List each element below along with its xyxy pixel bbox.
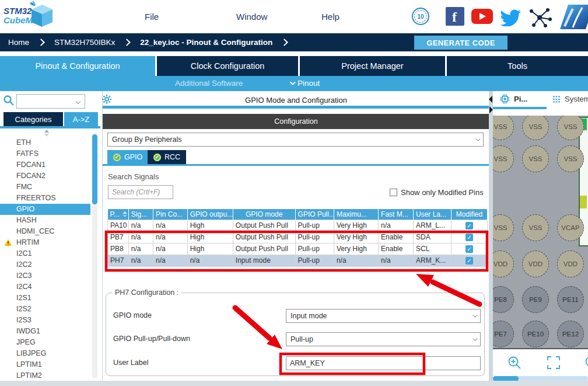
menu-file[interactable]: File xyxy=(145,12,159,22)
chip-pin-pe10[interactable]: PE10 xyxy=(522,321,549,347)
tab-clock-configuration[interactable]: Clock Configuration xyxy=(157,56,298,76)
chip-pin-pe8[interactable]: PE8 xyxy=(493,286,514,313)
column-header-pin-co[interactable]: Pin Co... xyxy=(153,209,188,220)
sidebar-item-i2s2[interactable]: I2S2 xyxy=(0,304,90,315)
chip-pin-vss[interactable]: VSS xyxy=(522,116,549,140)
twitter-icon[interactable] xyxy=(499,8,522,26)
sidebar-item-freertos[interactable]: FREERTOS xyxy=(0,193,90,204)
pinout-horizontal-scrollbar[interactable] xyxy=(493,376,588,381)
gpio-mode-select[interactable]: Input mode xyxy=(286,309,481,323)
modified-checkbox-icon[interactable]: ✓ xyxy=(466,245,473,253)
breadcrumb-item[interactable]: Home xyxy=(8,38,29,47)
menu-help[interactable]: Help xyxy=(321,12,340,22)
user-label-input[interactable]: ARM_KEY xyxy=(286,356,481,370)
scrollbar-thumb[interactable] xyxy=(493,376,519,381)
sidebar-scrollbar[interactable] xyxy=(92,133,97,378)
sidebar-item-i2c3[interactable]: I2C3 xyxy=(0,270,90,281)
sidebar-item-hash[interactable]: HASH xyxy=(0,215,90,226)
sidebar-item-i2c4[interactable]: I2C4 xyxy=(0,281,90,293)
sidebar-tab-categories[interactable]: Categories xyxy=(4,112,63,126)
panel-splitter[interactable] xyxy=(489,91,493,381)
modified-checkbox-icon[interactable]: ✓ xyxy=(466,222,473,229)
sidebar-item-fmc[interactable]: FMC xyxy=(0,182,90,193)
chip-pin-pe12[interactable]: PE12 xyxy=(557,321,584,347)
zoom-in-icon[interactable] xyxy=(507,355,522,370)
youtube-icon[interactable] xyxy=(471,9,493,24)
chip-pin-pe7[interactable]: PE7 xyxy=(493,321,514,347)
sidebar-item-i2c2[interactable]: I2C2 xyxy=(0,259,90,270)
chip-pin-vss[interactable]: VSS xyxy=(557,145,584,172)
chip-pin-vdd[interactable]: VDD xyxy=(557,251,584,277)
sidebar-item-gpio[interactable]: GPIO xyxy=(0,204,90,215)
column-header-modified[interactable]: Modified xyxy=(452,209,488,220)
chip-pin-vdd[interactable]: VDD xyxy=(522,251,549,277)
chip-pinout-view[interactable]: VSSVSSVSSVSSVSSVSSVSSVSSVCAPVDDVDDVDDPE8… xyxy=(493,116,588,349)
pinout-menu[interactable]: Pinout xyxy=(290,79,320,88)
chip-pin-vss[interactable]: VSS xyxy=(493,214,514,241)
column-header-user-la[interactable]: User La... xyxy=(413,209,451,220)
column-header-maximu[interactable]: Maximu... xyxy=(334,209,378,220)
column-header-p[interactable]: P... xyxy=(108,209,129,220)
fit-to-screen-icon[interactable] xyxy=(547,356,561,370)
generate-code-button[interactable]: GENERATE CODE xyxy=(414,36,508,50)
sidebar-search-combobox[interactable] xyxy=(16,94,85,109)
checkbox-icon[interactable] xyxy=(390,189,397,196)
group-by-select[interactable]: Group By Peripherals xyxy=(107,133,484,147)
column-header-fast-m[interactable]: Fast M... xyxy=(379,209,414,220)
modified-checkbox-icon[interactable]: ✓ xyxy=(466,234,473,241)
pin-row-pb7[interactable]: PB7n/an/aHighOutput Push PullPull-upVery… xyxy=(108,231,488,243)
facebook-icon[interactable]: f xyxy=(446,7,464,26)
menu-window[interactable]: Window xyxy=(236,12,267,22)
network-icon[interactable] xyxy=(527,6,554,29)
sidebar-item-lptim1[interactable]: LPTIM1 xyxy=(0,359,90,370)
chip-pin-pe9[interactable]: PE9 xyxy=(522,286,549,313)
tab-system-view[interactable]: System xyxy=(552,95,588,103)
column-header-gpio-mode[interactable]: GPIO mode xyxy=(233,209,295,220)
column-header-gpio-pull[interactable]: GPIO Pull... xyxy=(295,209,334,220)
sidebar-item-jpeg[interactable]: JPEG xyxy=(0,337,90,348)
gpio-pull-select[interactable]: Pull-up xyxy=(286,332,481,346)
sidebar-item-libjpeg[interactable]: LIBJPEG xyxy=(0,348,90,359)
modified-checkbox-icon[interactable]: ✓ xyxy=(466,257,473,265)
chip-pin-pe11[interactable]: PE11 xyxy=(557,286,584,313)
st-logo-icon[interactable] xyxy=(559,4,588,30)
sidebar-item-i2s3[interactable]: I2S3 xyxy=(0,315,90,326)
breadcrumb-item[interactable]: 22_key.ioc - Pinout & Configuration xyxy=(140,38,272,47)
sidebar-scrollbar-thumb[interactable] xyxy=(92,134,97,204)
pin-row-ph7[interactable]: PH7n/an/an/aInput modePull-upn/an/aARM_K… xyxy=(108,255,488,266)
sidebar-tab-a-to-z[interactable]: A->Z xyxy=(64,112,98,126)
show-only-modified-pins-checkbox[interactable]: Show only Modified Pins xyxy=(390,188,484,197)
chip-pin-vss[interactable]: VSS xyxy=(522,145,549,172)
chip-pin-vss[interactable]: VSS xyxy=(493,116,514,140)
tab-project-manager[interactable]: Project Manager xyxy=(300,56,445,76)
column-header-sig[interactable]: Sig... xyxy=(128,209,153,220)
zoom-out-icon[interactable] xyxy=(584,355,588,370)
sidebar-item-fdcan1[interactable]: FDCAN1 xyxy=(0,159,90,171)
chip-pin-vss[interactable]: VSS xyxy=(522,214,549,241)
tab-tools[interactable]: Tools xyxy=(447,56,588,76)
tab-pinout-view[interactable]: Pi... xyxy=(500,94,527,104)
sidebar-item-i2s1[interactable]: I2S1 xyxy=(0,293,90,304)
chip-pin-vcap[interactable]: VCAP xyxy=(557,214,584,241)
settings-gear-icon[interactable] xyxy=(102,94,112,105)
pin-row-pa10[interactable]: PA10n/an/aHighOutput Push PullPull-upVer… xyxy=(108,220,488,231)
sidebar-item-fatfs[interactable]: FATFS xyxy=(0,148,90,159)
chip-pin-vdd[interactable]: VDD xyxy=(493,251,514,277)
mode-tab-gpio[interactable]: ✓ GPIO xyxy=(107,150,148,164)
additional-software-menu[interactable]: Additional Software xyxy=(175,79,243,88)
column-header-gpio-outpu[interactable]: GPIO outpu... xyxy=(187,209,233,220)
chip-pin-vss[interactable]: VSS xyxy=(493,145,514,172)
sidebar-item-lptim2[interactable]: LPTIM2 xyxy=(0,370,90,381)
collapse-left-icon[interactable] xyxy=(489,96,492,103)
sidebar-item-hdmi_cec[interactable]: HDMI_CEC xyxy=(0,226,90,237)
mode-tab-rcc[interactable]: ✓ RCC xyxy=(148,150,186,164)
sidebar-item-i2c1[interactable]: I2C1 xyxy=(0,248,90,259)
sidebar-item-fdcan2[interactable]: FDCAN2 xyxy=(0,171,90,182)
tab-pinout-configuration[interactable]: Pinout & Configuration xyxy=(0,56,155,76)
signal-search-input[interactable]: Search (Crtl+F) xyxy=(108,185,173,199)
anniversary-badge-icon[interactable]: 10 xyxy=(412,8,429,25)
sidebar-item-hrtim[interactable]: HRTIM xyxy=(0,237,90,248)
sidebar-item-eth[interactable]: ETH xyxy=(0,137,90,148)
pin-row-pb8[interactable]: PB8n/an/aHighOutput Push PullPull-upVery… xyxy=(108,243,488,255)
sidebar-item-iwdg1[interactable]: IWDG1 xyxy=(0,326,90,337)
